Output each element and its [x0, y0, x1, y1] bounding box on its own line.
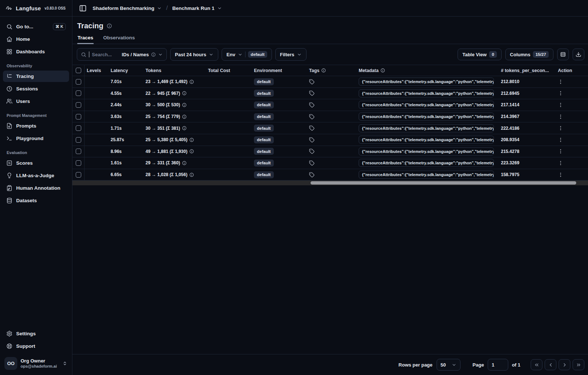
- table-row[interactable]: 6.65s 28 → 1,028 (Σ 1,056) default {"res…: [72, 169, 588, 181]
- col-header-tokens-per-second[interactable]: # tokens_per_secon...: [496, 68, 553, 73]
- col-header-levels[interactable]: Levels: [85, 68, 108, 73]
- row-checkbox[interactable]: [76, 137, 81, 143]
- kebab-menu-icon[interactable]: [558, 102, 563, 108]
- col-header-total-cost[interactable]: Total Cost: [206, 68, 252, 73]
- sidebar-item-human-annotation[interactable]: Human Annotation: [3, 182, 69, 194]
- col-header-tags[interactable]: Tags: [307, 68, 356, 73]
- sidebar-item-tracing[interactable]: Tracing: [3, 71, 69, 82]
- metadata-json[interactable]: {"resourceAttributes":{"telemetry.sdk.la…: [359, 171, 494, 179]
- info-icon[interactable]: [189, 138, 194, 142]
- row-checkbox[interactable]: [76, 90, 81, 96]
- select-all-checkbox[interactable]: [76, 68, 81, 73]
- info-icon[interactable]: [182, 91, 187, 96]
- tag-icon[interactable]: [309, 149, 315, 154]
- user-menu[interactable]: OO Org Owner ops@shadeform.ai: [3, 355, 69, 372]
- kebab-menu-icon[interactable]: [558, 160, 563, 166]
- table-view-button[interactable]: Table View 0: [458, 49, 501, 60]
- env-select[interactable]: Env default: [222, 48, 272, 61]
- table-row[interactable]: 1.61s 29 → 331 (Σ 360) default {"resourc…: [72, 157, 588, 169]
- info-icon[interactable]: [182, 114, 187, 119]
- table-row[interactable]: 2.44s 30 → 500 (Σ 530) default {"resourc…: [72, 99, 588, 111]
- tag-icon[interactable]: [309, 114, 315, 119]
- sidebar-item-users[interactable]: Users: [3, 96, 69, 107]
- metadata-json[interactable]: {"resourceAttributes":{"telemetry.sdk.la…: [359, 89, 494, 97]
- kebab-menu-icon[interactable]: [558, 79, 563, 85]
- row-checkbox[interactable]: [76, 102, 81, 108]
- kebab-menu-icon[interactable]: [558, 137, 563, 143]
- kebab-menu-icon[interactable]: [558, 90, 563, 96]
- table-row[interactable]: 1.71s 30 → 351 (Σ 381) default {"resourc…: [72, 122, 588, 134]
- search-mode-select[interactable]: IDs / Names: [122, 52, 163, 57]
- tag-icon[interactable]: [309, 90, 315, 96]
- scrollbar-thumb[interactable]: [311, 181, 576, 185]
- metadata-json[interactable]: {"resourceAttributes":{"telemetry.sdk.la…: [359, 147, 494, 156]
- sidebar-item-datasets[interactable]: Datasets: [3, 195, 69, 206]
- row-checkbox[interactable]: [76, 79, 81, 85]
- goto-search[interactable]: Go to... ⌘ K: [3, 21, 69, 32]
- tag-icon[interactable]: [309, 79, 315, 85]
- info-icon[interactable]: [182, 126, 187, 131]
- metadata-json[interactable]: {"resourceAttributes":{"telemetry.sdk.la…: [359, 159, 494, 167]
- metadata-json[interactable]: {"resourceAttributes":{"telemetry.sdk.la…: [359, 136, 494, 144]
- row-height-button[interactable]: [557, 49, 569, 60]
- tab-observations[interactable]: Observations: [103, 33, 135, 44]
- next-page-button[interactable]: [559, 359, 570, 370]
- sidebar-item-llm-as-a-judge[interactable]: LLM-as-a-Judge: [3, 170, 69, 181]
- sidebar-item-settings[interactable]: Settings: [3, 328, 69, 339]
- table-row[interactable]: 4.55s 22 → 945 (Σ 967) default {"resourc…: [72, 88, 588, 100]
- tag-icon[interactable]: [309, 172, 315, 178]
- columns-button[interactable]: Columns 15/27: [505, 49, 553, 60]
- tag-icon[interactable]: [309, 137, 315, 143]
- info-icon[interactable]: [182, 103, 187, 107]
- rows-per-page-select[interactable]: 50: [437, 359, 460, 371]
- row-checkbox[interactable]: [76, 149, 81, 154]
- sidebar-item-home[interactable]: Home: [3, 33, 69, 45]
- col-header-metadata[interactable]: Metadata: [356, 68, 496, 73]
- tab-traces[interactable]: Traces: [77, 33, 94, 44]
- metadata-json[interactable]: {"resourceAttributes":{"telemetry.sdk.la…: [359, 101, 494, 109]
- filters-button[interactable]: Filters: [275, 48, 306, 61]
- tag-icon[interactable]: [309, 160, 315, 166]
- first-page-button[interactable]: [531, 359, 542, 370]
- table-row[interactable]: 25.87s 25 → 5,380 (Σ 5,405) default {"re…: [72, 134, 588, 146]
- search-box[interactable]: IDs / Names: [77, 48, 167, 61]
- metadata-json[interactable]: {"resourceAttributes":{"telemetry.sdk.la…: [359, 78, 494, 86]
- kebab-menu-icon[interactable]: [558, 149, 563, 154]
- col-header-latency[interactable]: Latency: [108, 68, 143, 73]
- search-input[interactable]: [92, 52, 117, 57]
- col-header-environment[interactable]: Environment: [252, 68, 307, 73]
- breadcrumb-project[interactable]: Benchmark Run 1: [172, 6, 222, 11]
- info-icon[interactable]: [189, 149, 194, 154]
- info-icon[interactable]: [189, 172, 194, 177]
- sidebar-toggle-icon[interactable]: [77, 3, 88, 14]
- col-header-tokens[interactable]: Tokens: [143, 68, 206, 73]
- sidebar-item-sessions[interactable]: Sessions: [3, 83, 69, 94]
- row-checkbox[interactable]: [76, 114, 81, 119]
- table-row[interactable]: 7.01s 23 → 1,469 (Σ 1,492) default {"res…: [72, 76, 588, 88]
- kebab-menu-icon[interactable]: [558, 114, 563, 119]
- page-number-input[interactable]: [488, 359, 508, 371]
- prev-page-button[interactable]: [545, 359, 556, 370]
- kebab-menu-icon[interactable]: [558, 172, 563, 178]
- tag-icon[interactable]: [309, 102, 315, 108]
- last-page-button[interactable]: [573, 359, 584, 370]
- table-row[interactable]: 8.96s 49 → 1,881 (Σ 1,930) default {"res…: [72, 146, 588, 158]
- time-range-select[interactable]: Past 24 hours: [170, 48, 218, 61]
- info-icon[interactable]: [189, 79, 194, 84]
- row-checkbox[interactable]: [76, 172, 81, 178]
- metadata-json[interactable]: {"resourceAttributes":{"telemetry.sdk.la…: [359, 113, 494, 121]
- sidebar-item-scores[interactable]: Scores: [3, 157, 69, 169]
- breadcrumb-org[interactable]: Shadeform Benchmarking: [93, 6, 162, 11]
- kebab-menu-icon[interactable]: [558, 125, 563, 131]
- export-button[interactable]: [573, 49, 584, 60]
- sidebar-item-support[interactable]: Support: [3, 340, 69, 352]
- sidebar-item-playground[interactable]: Playground: [3, 133, 69, 144]
- horizontal-scrollbar[interactable]: [72, 181, 588, 185]
- info-icon[interactable]: [182, 161, 187, 165]
- table-row[interactable]: 3.63s 25 → 754 (Σ 779) default {"resourc…: [72, 111, 588, 123]
- sidebar-item-dashboards[interactable]: Dashboards: [3, 46, 69, 57]
- row-checkbox[interactable]: [76, 160, 81, 166]
- tag-icon[interactable]: [309, 125, 315, 131]
- metadata-json[interactable]: {"resourceAttributes":{"telemetry.sdk.la…: [359, 124, 494, 132]
- sidebar-item-prompts[interactable]: Prompts: [3, 120, 69, 132]
